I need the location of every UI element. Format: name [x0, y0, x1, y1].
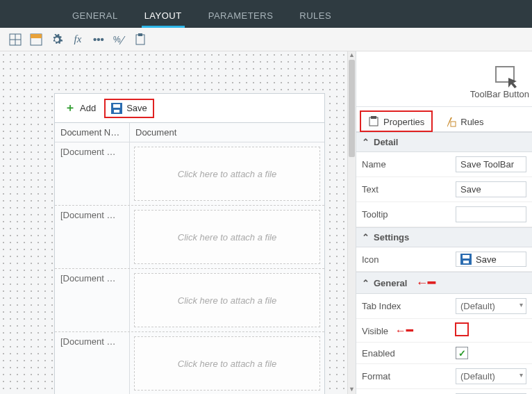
nav-tab-rules[interactable]: RULES: [297, 10, 334, 28]
section-settings-label: Settings: [374, 232, 409, 243]
field-enabled-label: Enabled: [362, 348, 456, 359]
table-row: [Document … Click here to attach a file: [55, 269, 324, 332]
section-general[interactable]: ⌃ General ━: [356, 272, 532, 294]
field-tabindex-select[interactable]: (Default): [456, 298, 526, 314]
add-button-label: Add: [80, 103, 96, 113]
row-label[interactable]: [Document …: [55, 142, 130, 205]
field-tooltip-input[interactable]: [456, 206, 526, 222]
field-format-select[interactable]: (Default): [456, 368, 526, 384]
field-text-input[interactable]: [456, 181, 526, 197]
annotation-arrow-visible: ━: [395, 325, 413, 336]
field-icon-label: Icon: [362, 254, 456, 265]
ellipsis-icon[interactable]: •••: [92, 33, 106, 47]
field-visible-label: Visible ━: [362, 325, 456, 336]
section-detail-label: Detail: [374, 137, 398, 147]
column-header-name[interactable]: Document N…: [55, 123, 130, 142]
nav-tab-general[interactable]: GENERAL: [69, 10, 121, 28]
field-tabindex-label: Tab Index: [362, 301, 456, 311]
attach-dropzone[interactable]: Click here to attach a file: [134, 273, 320, 327]
tab-rules-label: Rules: [460, 117, 483, 127]
control-container[interactable]: ＋ Add Save Document N… Document [Doc: [54, 93, 325, 394]
svg-rect-4: [31, 34, 42, 38]
visible-checkbox[interactable]: [456, 323, 468, 336]
properties-panel: ToolBar Button Properties Rules ⌃ Detail…: [356, 51, 532, 394]
canvas-scrollbar[interactable]: ▲ ▼: [347, 51, 356, 394]
tab-properties[interactable]: Properties: [360, 111, 432, 131]
table-row: [Document … Click here to attach a file: [55, 142, 324, 206]
attach-dropzone[interactable]: Click here to attach a file: [134, 336, 320, 391]
field-tabindex: Tab Index (Default): [356, 294, 532, 319]
table-row: [Document … Click here to attach a file: [55, 332, 324, 394]
column-headers: Document N… Document: [55, 123, 324, 142]
svg-rect-15: [451, 122, 456, 126]
icon-toolbar: fx ••• %: [0, 28, 532, 51]
field-name-label: Name: [362, 159, 456, 170]
scroll-thumb[interactable]: [349, 60, 355, 157]
save-button[interactable]: Save: [108, 101, 150, 115]
rules-icon: [445, 116, 456, 127]
svg-rect-17: [463, 255, 469, 258]
chevron-up-icon: ⌃: [362, 137, 369, 147]
attach-dropzone[interactable]: Click here to attach a file: [134, 147, 320, 201]
top-nav: GENERAL LAYOUT PARAMETERS RULES: [0, 0, 532, 28]
annotation-arrow-general: ━: [415, 277, 435, 289]
svg-text:%: %: [113, 35, 121, 44]
section-detail[interactable]: ⌃ Detail: [356, 132, 532, 152]
row-label[interactable]: [Document …: [55, 206, 130, 268]
column-header-document[interactable]: Document: [130, 123, 324, 142]
save-icon: [111, 103, 122, 114]
element-preview: ToolBar Button: [356, 51, 532, 107]
field-enabled: Enabled: [356, 343, 532, 364]
properties-icon: [368, 116, 379, 127]
field-text: Text: [356, 177, 532, 202]
svg-rect-18: [463, 261, 469, 263]
add-button[interactable]: ＋ Add: [59, 98, 101, 118]
tab-properties-label: Properties: [383, 117, 424, 127]
fx-icon[interactable]: fx: [71, 33, 85, 47]
field-tooltip-label: Tooltip: [362, 209, 456, 220]
svg-rect-7: [136, 35, 144, 44]
grid-icon[interactable]: [8, 33, 22, 47]
section-settings[interactable]: ⌃ Settings: [356, 227, 532, 247]
chevron-up-icon: ⌃: [362, 278, 369, 288]
svg-rect-11: [114, 110, 119, 113]
grid-accent-icon[interactable]: [29, 33, 43, 47]
field-tooltip: Tooltip: [356, 202, 532, 227]
row-label[interactable]: [Document …: [55, 332, 130, 394]
tab-rules[interactable]: Rules: [438, 111, 491, 131]
nav-tab-layout[interactable]: LAYOUT: [142, 10, 185, 28]
table-row: [Document … Click here to attach a file: [55, 206, 324, 269]
plus-icon: ＋: [65, 101, 76, 115]
svg-rect-8: [138, 33, 142, 36]
control-toolbar: ＋ Add Save: [55, 94, 324, 123]
save-button-label: Save: [126, 103, 147, 113]
scroll-down-icon[interactable]: ▼: [348, 386, 356, 394]
enabled-checkbox[interactable]: [456, 347, 468, 359]
field-name: Name: [356, 152, 532, 177]
scroll-up-icon[interactable]: ▲: [348, 51, 356, 60]
section-general-label: General: [374, 278, 407, 288]
gear-icon[interactable]: [50, 33, 64, 47]
field-icon: Icon Save: [356, 247, 532, 272]
field-format-label: Format: [362, 371, 456, 381]
chevron-up-icon: ⌃: [362, 232, 369, 243]
nav-tab-parameters[interactable]: PARAMETERS: [206, 10, 276, 28]
row-label[interactable]: [Document …: [55, 269, 130, 331]
percent-icon[interactable]: %: [113, 33, 126, 47]
svg-rect-10: [113, 104, 120, 108]
paste-icon[interactable]: [133, 33, 147, 47]
field-visible: Visible ━: [356, 319, 532, 343]
save-icon: [460, 254, 472, 265]
properties-tabbar: Properties Rules: [356, 107, 532, 132]
design-canvas[interactable]: ＋ Add Save Document N… Document [Doc: [0, 51, 356, 394]
field-name-input[interactable]: [456, 156, 526, 172]
icon-picker-value: Save: [476, 254, 497, 265]
svg-rect-14: [371, 116, 376, 119]
attach-dropzone[interactable]: Click here to attach a file: [134, 210, 320, 264]
field-text-label: Text: [362, 184, 456, 195]
icon-picker[interactable]: Save: [456, 252, 526, 267]
field-format: Format (Default): [356, 364, 532, 389]
element-type-label: ToolBar Button: [470, 89, 532, 99]
field-conditional-format: Conditional Format (Default): [356, 389, 532, 394]
save-button-highlight: Save: [104, 99, 154, 118]
